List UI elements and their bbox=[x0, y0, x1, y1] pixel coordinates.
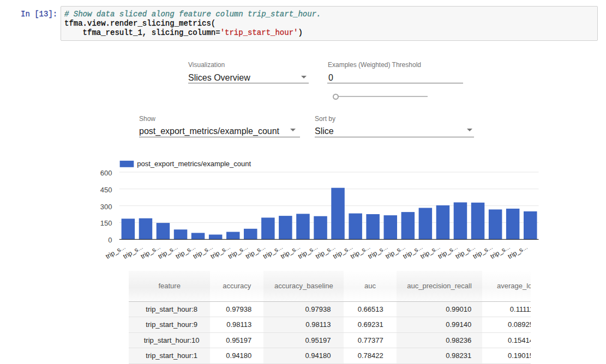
svg-text:trip_s…: trip_s… bbox=[279, 243, 302, 260]
svg-text:trip_s…: trip_s… bbox=[209, 243, 232, 260]
svg-text:150: 150 bbox=[100, 219, 112, 227]
svg-text:450: 450 bbox=[100, 186, 112, 194]
svg-text:trip_s…: trip_s… bbox=[419, 243, 441, 260]
svg-text:trip_s…: trip_s… bbox=[104, 243, 127, 260]
svg-text:trip_s…: trip_s… bbox=[244, 243, 267, 260]
svg-text:600: 600 bbox=[100, 169, 112, 177]
svg-text:0: 0 bbox=[108, 236, 112, 244]
svg-text:trip_s…: trip_s… bbox=[175, 243, 197, 260]
svg-text:trip_s…: trip_s… bbox=[349, 243, 371, 260]
svg-text:trip_s…: trip_s… bbox=[507, 243, 529, 260]
svg-text:trip_s…: trip_s… bbox=[489, 243, 512, 260]
svg-text:trip_s…: trip_s… bbox=[401, 243, 424, 260]
svg-text:trip_s…: trip_s… bbox=[367, 243, 389, 260]
svg-text:post_export_metrics/example_co: post_export_metrics/example_count bbox=[137, 160, 251, 168]
svg-text:trip_s…: trip_s… bbox=[454, 243, 477, 260]
svg-text:trip_s…: trip_s… bbox=[157, 243, 179, 260]
svg-text:trip_s…: trip_s… bbox=[262, 243, 284, 260]
svg-text:trip_s…: trip_s… bbox=[384, 243, 406, 260]
svg-text:trip_s…: trip_s… bbox=[314, 243, 337, 260]
svg-text:trip_s…: trip_s… bbox=[139, 243, 161, 260]
svg-text:trip_s…: trip_s… bbox=[332, 243, 354, 260]
svg-text:trip_s…: trip_s… bbox=[192, 243, 214, 260]
svg-text:trip_s…: trip_s… bbox=[472, 243, 494, 260]
svg-text:trip_s…: trip_s… bbox=[297, 243, 319, 260]
svg-text:trip_s…: trip_s… bbox=[436, 243, 459, 260]
svg-text:trip_s…: trip_s… bbox=[227, 243, 249, 260]
svg-text:300: 300 bbox=[100, 203, 112, 211]
svg-text:trip_s…: trip_s… bbox=[122, 243, 144, 260]
